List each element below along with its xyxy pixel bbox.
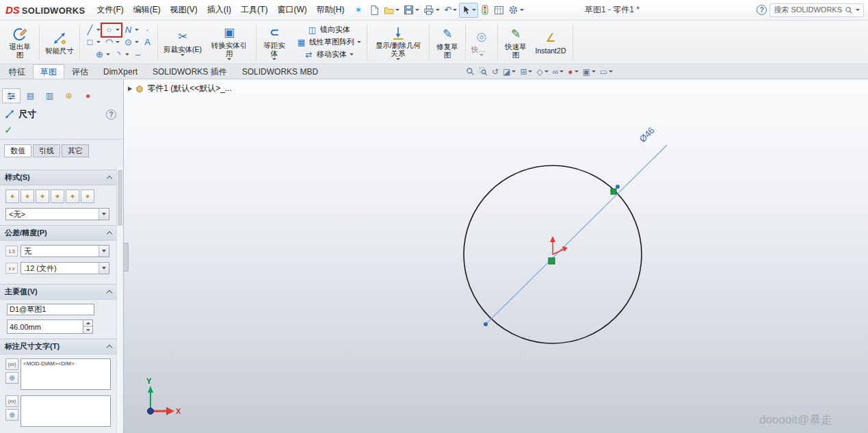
text-tool-button[interactable]: A: [141, 37, 154, 48]
help-icon[interactable]: ?: [757, 5, 767, 15]
tree-expand-caret-icon[interactable]: ▶: [128, 86, 132, 92]
tab-other[interactable]: 其它: [62, 144, 89, 157]
convert-entities-caret-icon[interactable]: [227, 58, 231, 60]
options-button[interactable]: [506, 3, 526, 18]
mirror-entities-button[interactable]: ◫ 镜向实体: [305, 25, 352, 36]
dimension-value-field[interactable]: [7, 319, 83, 334]
move-entities-caret-icon[interactable]: [350, 53, 354, 55]
panel-splitter-handle[interactable]: [124, 243, 129, 272]
style-dropdown-button[interactable]: [98, 209, 109, 220]
line-tool-button[interactable]: ╱: [83, 25, 101, 36]
tab-addins[interactable]: SOLIDWORKS 插件: [145, 64, 235, 79]
menu-window[interactable]: 窗口(W): [272, 1, 311, 18]
style-delete-button[interactable]: ✦: [36, 189, 49, 203]
plane-tool-button[interactable]: ⊕: [93, 49, 111, 60]
dimension-text-section-header[interactable]: 标注尺寸文字(T): [0, 339, 116, 354]
pin-menu-icon[interactable]: ✶: [349, 5, 367, 15]
circle-tool-caret-icon[interactable]: [116, 29, 120, 31]
tab-property-manager[interactable]: [2, 88, 21, 103]
plane-tool-caret-icon[interactable]: [106, 53, 110, 55]
diameter-dimension[interactable]: Ø46: [484, 125, 667, 326]
zoom-to-area-button[interactable]: [478, 67, 488, 76]
style-load-button[interactable]: ✦: [66, 189, 79, 203]
point-tool-button[interactable]: ∙: [141, 25, 154, 36]
view-settings-button[interactable]: ▭: [599, 67, 614, 77]
spinner-down-button[interactable]: [83, 326, 92, 333]
spinner-up-button[interactable]: [83, 320, 92, 326]
hide-show-items-button[interactable]: ∞: [552, 67, 565, 77]
tab-dimxpert-manager[interactable]: ⊕: [60, 88, 78, 103]
smart-dimension-button[interactable]: 智能尺寸: [43, 28, 76, 56]
menu-edit[interactable]: 编辑(E): [129, 1, 166, 18]
rebuild-button[interactable]: [478, 3, 492, 18]
print-button[interactable]: [421, 3, 442, 18]
menu-file[interactable]: 文件(F): [92, 1, 128, 18]
dimension-attach-handle[interactable]: [611, 189, 616, 194]
tab-value[interactable]: 数值: [4, 144, 31, 157]
tab-configuration-manager[interactable]: ▥: [40, 88, 59, 103]
rapid-sketch-button[interactable]: ✎ 快速草图: [501, 24, 530, 60]
menu-help[interactable]: 帮助(H): [312, 1, 350, 18]
dimension-text-center-button-2[interactable]: ⊕: [5, 409, 18, 421]
previous-view-button[interactable]: ↺: [491, 67, 499, 77]
tab-features[interactable]: 特征: [1, 64, 33, 79]
style-section-header[interactable]: 样式(S): [0, 170, 116, 185]
tolerance-type-dropdown[interactable]: 无: [21, 245, 109, 257]
rectangle-tool-button[interactable]: □: [83, 37, 101, 48]
ellipse-tool-caret-icon[interactable]: [135, 41, 139, 43]
undo-button[interactable]: ↶: [442, 3, 459, 18]
dimension-name-field[interactable]: [7, 304, 94, 315]
dim-text-area-2[interactable]: [21, 395, 111, 427]
evaluate-sheet-button[interactable]: [492, 3, 506, 18]
tolerance-type-dropdown-button[interactable]: [98, 246, 109, 257]
dimension-value-label[interactable]: Ø46: [637, 125, 657, 144]
primary-value-section-header[interactable]: 主要值(V): [0, 284, 116, 300]
menu-view[interactable]: 视图(V): [166, 1, 202, 18]
tab-leaders[interactable]: 引线: [33, 144, 60, 157]
feature-tree-flyout[interactable]: ▶ 零件1 (默认<<默认>_...: [128, 83, 232, 94]
tab-display-manager[interactable]: ●: [79, 88, 97, 103]
rectangle-tool-caret-icon[interactable]: [96, 41, 101, 43]
panel-scrollbar-thumb[interactable]: [118, 170, 122, 226]
linear-pattern-button[interactable]: ▦ 线性草图阵列: [294, 37, 363, 48]
tab-sketch[interactable]: 草图: [33, 64, 64, 79]
convert-entities-button[interactable]: ▣ 转换实体引用: [206, 23, 252, 62]
display-relations-caret-icon[interactable]: [396, 58, 400, 60]
slot-tool-button[interactable]: ‒: [131, 49, 144, 60]
instant2d-button[interactable]: ∠ Instant2D: [532, 28, 569, 56]
style-default-button[interactable]: ✦: [5, 189, 19, 203]
style-dropdown[interactable]: <无>: [5, 208, 109, 220]
panel-help-icon[interactable]: ?: [106, 109, 116, 120]
fillet-tool-button[interactable]: ◝: [112, 49, 130, 60]
select-button[interactable]: [459, 3, 478, 18]
open-button[interactable]: [382, 3, 402, 18]
display-style-button[interactable]: ◇: [536, 67, 549, 77]
menu-tools[interactable]: 工具(T): [236, 1, 272, 18]
trim-entities-caret-icon[interactable]: [181, 54, 185, 56]
dimension-endpoint-handle[interactable]: [484, 322, 488, 326]
circle-tool-button-highlighted[interactable]: ○: [103, 25, 120, 36]
search-box[interactable]: 搜索 SOLIDWORKS: [770, 3, 864, 17]
view-orientation-button[interactable]: ⊞: [519, 67, 533, 77]
precision-dropdown-button[interactable]: [98, 263, 109, 274]
line-tool-caret-icon[interactable]: [96, 29, 101, 31]
quick-snaps-caret-icon[interactable]: [479, 54, 484, 56]
tab-feature-manager[interactable]: ▤: [21, 88, 40, 103]
style-save-button[interactable]: ✦: [51, 189, 64, 203]
tab-dimxpert[interactable]: DimXpert: [96, 64, 145, 79]
tab-evaluate[interactable]: 评估: [64, 64, 96, 79]
arc-tool-caret-icon[interactable]: [116, 41, 120, 43]
quick-snaps-button[interactable]: ◎ 快速捕捉: [469, 27, 494, 57]
dimension-text-paren-button[interactable]: (xx): [5, 358, 18, 370]
dim-text-area[interactable]: <MOD-DIAM><DIM>: [21, 358, 111, 390]
exit-sketch-button[interactable]: 退出草图: [4, 24, 36, 60]
move-entities-button[interactable]: ⇄ 移动实体: [302, 49, 356, 60]
spline-tool-button[interactable]: N: [122, 25, 140, 36]
save-button[interactable]: [402, 3, 421, 18]
precision-dropdown[interactable]: .12 (文件): [21, 262, 109, 274]
linear-pattern-caret-icon[interactable]: [357, 41, 361, 43]
offset-entities-caret-icon[interactable]: [272, 58, 276, 60]
tolerance-section-header[interactable]: 公差/精度(P): [0, 225, 116, 241]
offset-entities-button[interactable]: ⊂ 等距实体: [260, 23, 289, 62]
dimension-text-paren-button-2[interactable]: (xx): [5, 395, 18, 407]
